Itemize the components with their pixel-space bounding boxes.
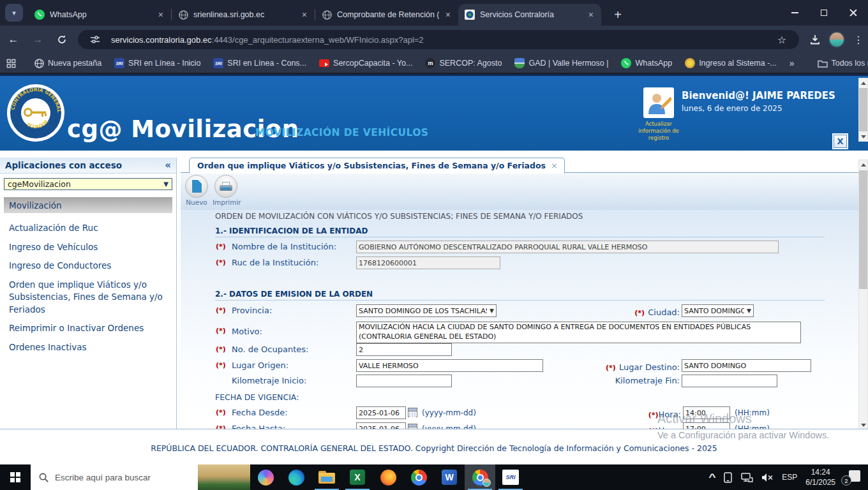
tab-search-button[interactable]: ▾ xyxy=(5,4,23,22)
scrollbar-thumb[interactable] xyxy=(859,170,867,289)
ruc-institucion-input[interactable] xyxy=(356,256,500,269)
ruc-institucion-label: Ruc de la Institución: xyxy=(232,258,318,267)
taskbar-excel-icon[interactable]: X xyxy=(342,464,373,490)
site-settings-icon[interactable] xyxy=(86,30,105,49)
bookmark-star-icon[interactable]: ☆ xyxy=(772,30,791,49)
hidden-icons-chevron[interactable]: ^ xyxy=(708,472,715,482)
document-tab-close-icon[interactable]: × xyxy=(551,161,558,170)
device-icon[interactable] xyxy=(723,472,733,483)
browser-tab-servicios-contraloria[interactable]: Servicios Contraloría × xyxy=(458,4,601,26)
tab-close-icon[interactable]: × xyxy=(301,10,308,20)
scroll-down-arrow[interactable] xyxy=(859,132,867,141)
window-maximize-button[interactable] xyxy=(809,0,839,26)
new-tab-button[interactable]: + xyxy=(609,6,627,24)
update-registry-avatar-button[interactable] xyxy=(643,87,674,118)
motivo-textarea[interactable]: MOVILIZACIÓN HACIA LA CIUDAD DE SANTO DO… xyxy=(356,322,801,343)
reload-button[interactable] xyxy=(51,29,73,50)
document-tab[interactable]: Orden que implique Viáticos y/o Subsiste… xyxy=(189,158,565,174)
tab-close-icon[interactable]: × xyxy=(444,10,452,20)
downloads-icon[interactable] xyxy=(805,30,825,49)
taskbar-word-icon[interactable]: W xyxy=(434,464,465,490)
address-bar[interactable]: servicios.contraloria.gob.ec:4443/cge_ar… xyxy=(78,30,799,49)
scroll-down-arrow[interactable] xyxy=(859,420,867,429)
bookmark-sercop-agosto[interactable]: m SERCOP: Agosto xyxy=(425,58,502,68)
sidebar: Aplicaciones con acceso « cgeMovilizacio… xyxy=(0,158,177,429)
lugar-origen-input[interactable] xyxy=(356,359,543,372)
sidebar-item-orden-viaticos[interactable]: Orden que implique Viáticos y/o Subsiste… xyxy=(9,279,168,316)
kilometraje-fin-input[interactable] xyxy=(682,375,777,387)
lugar-destino-input[interactable] xyxy=(682,359,811,372)
required-marker: (*) xyxy=(216,408,226,417)
window-minimize-button[interactable] xyxy=(780,0,809,26)
ciudad-select[interactable]: SANTO DOMINGO ▼ xyxy=(682,304,754,317)
news-widget-thumbnail[interactable] xyxy=(198,464,250,490)
provincia-label: Provincia: xyxy=(232,306,272,315)
update-registry-caption[interactable]: Actualizar información de registro xyxy=(634,121,683,142)
app-close-button[interactable]: X xyxy=(834,135,847,148)
browser-tab-comprobante[interactable]: Comprobante de Retención (74 × xyxy=(315,4,458,26)
print-button[interactable]: Imprimir xyxy=(213,175,239,206)
sidebar-item-reimprimir-inactivar[interactable]: Reimprimir o Inactivar Ordenes xyxy=(9,322,168,335)
document-tab-row: Orden que implique Viáticos y/o Subsiste… xyxy=(181,157,858,173)
start-button[interactable] xyxy=(0,464,31,490)
sidebar-item-actualizacion-ruc[interactable]: Actualización de Ruc xyxy=(9,222,168,235)
provincia-select[interactable]: SANTO DOMINGO DE LOS TSACHILAS ▼ xyxy=(356,304,497,317)
fecha-hasta-input[interactable] xyxy=(356,422,406,429)
tab-close-icon[interactable]: × xyxy=(157,10,165,20)
scroll-up-arrow[interactable] xyxy=(859,78,867,87)
taskbar-chrome-icon[interactable] xyxy=(403,464,434,490)
required-marker: (*) xyxy=(216,258,226,267)
forward-button[interactable]: → xyxy=(27,29,49,50)
apps-grid-icon[interactable] xyxy=(6,59,16,68)
motivo-label: Motivo: xyxy=(232,327,262,336)
content-scrollbar[interactable] xyxy=(858,160,868,430)
fecha-desde-input[interactable] xyxy=(356,406,406,419)
user-edit-icon xyxy=(646,90,671,115)
taskbar-file-explorer-icon[interactable] xyxy=(311,464,342,490)
taskbar-chrome-profile-icon[interactable] xyxy=(465,464,495,490)
browser-profile-avatar[interactable] xyxy=(828,31,845,48)
bookmark-sri-inicio[interactable]: SRI SRI en Línea - Inicio xyxy=(114,58,200,68)
ocupantes-input[interactable] xyxy=(356,343,452,356)
browser-tab-whatsapp[interactable]: WhatsApp × xyxy=(28,4,171,26)
scroll-up-arrow[interactable] xyxy=(859,160,867,169)
network-icon[interactable] xyxy=(741,472,753,482)
contraloria-seal-logo: CONTRALORÍA GENERAL DEL ESTADO ECUADOR xyxy=(6,84,65,142)
bookmark-nueva-pestana[interactable]: Nueva pestaña xyxy=(34,58,101,68)
browser-menu-icon[interactable]: ⋮ xyxy=(849,30,868,49)
sidebar-item-ingreso-conductores[interactable]: Ingreso de Conductores xyxy=(9,260,168,272)
header-scrollbar[interactable] xyxy=(858,78,868,142)
all-bookmarks-button[interactable]: Todos los marcadores xyxy=(818,58,868,68)
new-button[interactable]: Nuevo xyxy=(183,175,210,206)
bookmarks-overflow-chevron[interactable]: » xyxy=(789,58,795,68)
bookmark-gad-valle-hermoso[interactable]: GAD | Valle Hermoso | xyxy=(514,58,608,68)
window-close-button[interactable] xyxy=(839,0,868,26)
taskbar-firefox-icon[interactable] xyxy=(373,464,403,490)
calendar-icon[interactable] xyxy=(408,408,417,417)
taskbar-edge-icon[interactable] xyxy=(281,464,311,490)
taskbar-copilot-icon[interactable] xyxy=(250,464,281,490)
taskbar-clock[interactable]: 14:24 6/1/2025 xyxy=(805,467,835,487)
bookmark-sri-consultas[interactable]: SRI SRI en Línea - Cons... xyxy=(213,58,306,68)
print-button-label: Imprimir xyxy=(213,198,239,206)
volume-muted-icon[interactable] xyxy=(761,473,774,482)
sidebar-item-ingreso-vehiculos[interactable]: Ingreso de Vehículos xyxy=(9,241,168,254)
scrollbar-thumb[interactable] xyxy=(859,88,867,131)
sidebar-item-ordenes-inactivas[interactable]: Ordenes Inactivas xyxy=(9,341,168,354)
nombre-institucion-input[interactable] xyxy=(356,241,779,253)
application-select[interactable]: cgeMovilizacion ▼ xyxy=(4,178,172,190)
taskbar-search-box[interactable]: Escribe aquí para buscar xyxy=(31,464,198,490)
bookmark-ingreso-sistema[interactable]: Ingreso al Sistema -... xyxy=(685,58,777,68)
tab-close-icon[interactable]: × xyxy=(587,10,595,20)
keyboard-language-indicator[interactable]: ESP xyxy=(782,473,797,482)
taskbar-sri-icon[interactable]: SRI xyxy=(495,464,526,490)
bookmark-sercopcapacita[interactable]: SercopCapacita - Yo... xyxy=(319,59,412,68)
browser-tab-sri[interactable]: srienlinea.sri.gob.ec × xyxy=(172,4,315,26)
sidebar-group-movilizacion[interactable]: Movilización xyxy=(4,197,172,213)
bookmark-whatsapp[interactable]: WhatsApp xyxy=(621,58,672,68)
sidebar-collapse-icon[interactable]: « xyxy=(165,160,171,171)
calendar-icon[interactable] xyxy=(408,424,417,429)
notification-center-button[interactable]: 2 xyxy=(844,470,860,484)
kilometraje-inicio-input[interactable] xyxy=(356,375,452,387)
back-button[interactable]: ← xyxy=(3,29,24,50)
